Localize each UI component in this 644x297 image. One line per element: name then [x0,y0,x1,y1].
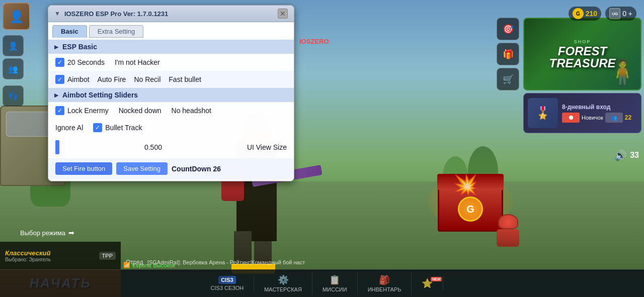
label-ignore-al: Ignore Al [55,124,83,132]
options-row-2: ✓ Aimbot Auto Fire No Recil Fast bullet [48,71,294,88]
nav-item-inventory[interactable]: 🎒 ИНВЕНТАРЬ [358,272,412,294]
left-icon-1[interactable]: 👤 [3,35,24,56]
novice-count: 22 [625,114,631,121]
nav-item-missions[interactable]: 📋 МИССИИ [312,272,358,294]
mode-view-label: TPP [99,252,116,260]
option-autofire[interactable]: Auto Fire [98,75,126,83]
label-no-headshot: No headshot [172,107,211,115]
label-fast-bullet: Fast bullet [169,75,201,83]
mode-select-label: Выбор режима [20,229,65,237]
checkbox-20-seconds[interactable]: ✓ [55,58,64,67]
top-right-bar: G 210 UG 0 + [564,3,641,25]
esp-basic-label: ESP Basic [62,43,97,51]
nav-label-cis: CIS3 СЕЗОН [211,285,244,291]
esp-title-text: IOSZERO ESP Pro Ver: 1.7.0.1231 [64,10,168,18]
shop-forest-treasure-banner[interactable]: SHOP FOREST TREASURE 🧍 [523,18,641,90]
esp-title-left: ▼ IOSZERO ESP Pro Ver: 1.7.0.1231 [54,10,168,18]
option-aimbot[interactable]: ✓ Aimbot [55,75,90,84]
mode-name: Классический [5,249,51,257]
option-lock-enemy[interactable]: ✓ Lock Enermy [55,106,109,115]
dropdown-icon: ▼ [54,10,60,17]
currency-g: G 210 [569,7,601,21]
set-fire-button[interactable]: Set Fire button [55,162,112,175]
label-not-hacker: I'm not Hacker [115,58,160,66]
save-setting-button[interactable]: Save Setting [116,162,168,175]
label-no-recil: No Recil [134,75,160,83]
bottom-navigation: CIS3 CIS3 СЕЗОН ⚙️ МАСТЕРСКАЯ 📋 МИССИИ 🎒… [0,269,644,297]
novice-extra: 👥 [605,113,623,123]
label-20-seconds: 20 Seconds [67,58,105,66]
cis-badge: CIS3 [218,276,235,284]
nav-item-new[interactable]: ⭐ NEW [412,276,443,291]
new-badge: NEW [431,277,442,281]
esp-tabs: Basic Extra Setting [48,22,294,38]
esp-content: ▶ ESP Basic ✓ 20 Seconds I'm not Hacker … [48,38,294,181]
server-quality: Высокое [153,262,176,268]
nav-icon-workshop: ⚙️ [278,274,289,285]
option-ignore-al[interactable]: Ignore Al [55,124,83,132]
option-bullet-track[interactable]: ✓ Bullet Track [93,123,142,132]
option-no-headshot[interactable]: No headshot [172,107,211,115]
esp-basic-header[interactable]: ▶ ESP Basic [48,40,294,54]
quick-icon-chest[interactable]: 🎁 [497,43,519,65]
slider-label: UI View Size [247,143,287,151]
aimbot-sliders-header[interactable]: ▶ Aimbot Setting Sliders [48,88,294,102]
nav-icon-missions: 📋 [329,274,340,285]
slider-handle[interactable] [55,140,59,154]
label-nocked-down: Nocked down [119,107,162,115]
mode-select-arrow-icon: ➡ [68,229,74,237]
login-banner[interactable]: 🎖️ 8-дневный вход Новичок 👥 22 [523,93,641,133]
countdown-label: CountDown 26 [172,165,221,173]
currency-ug: UG 0 + [605,7,636,21]
option-nocked-down[interactable]: Nocked down [119,107,162,115]
mode-select-bar: Выбор режима ➡ [20,229,74,237]
nav-item-cis-season[interactable]: CIS3 CIS3 СЕЗОН [201,274,255,293]
option-not-hacker[interactable]: I'm not Hacker [115,58,160,66]
volume-indicator: 🔊 33 [614,149,639,161]
nav-label-inventory: ИНВЕНТАРЬ [368,286,401,292]
robot-head [498,214,518,229]
esp-panel: ▼ IOSZERO ESP Pro Ver: 1.7.0.1231 ✕ Basi… [48,5,294,181]
nav-item-workshop[interactable]: ⚙️ МАСТЕРСКАЯ [254,272,312,294]
login-banner-novice: Новичок 👥 22 [562,113,631,123]
shop-label: SHOP [574,39,591,44]
slider-row: 0.500 UI View Size [48,136,294,158]
mode-sub: Выбрано: Эрангель [5,257,51,262]
left-icons-panel: 👤 👥 👣 [3,35,24,107]
mode-info: Классический Выбрано: Эрангель [5,249,51,262]
esp-close-button[interactable]: ✕ [278,9,288,19]
label-aimbot: Aimbot [67,75,90,83]
server-signal: 📶 [123,262,130,268]
aimbot-sliders-label: Aimbot Setting Sliders [62,91,138,99]
options-row-3: ✓ Lock Enermy Nocked down No headshot [48,102,294,119]
chest-emblem: G [458,196,483,222]
quick-icon-shop[interactable]: 🛒 [497,68,519,90]
game-mode-bar: Классический Выбрано: Эрангель TPP [0,242,121,269]
slider-value: 0.500 [64,143,242,151]
server-name: Европа [132,262,151,268]
currency-g-amount: 210 [586,10,597,18]
volume-level: 33 [630,151,639,160]
robot-mascot [497,214,519,247]
option-20-seconds[interactable]: ✓ 20 Seconds [55,58,105,67]
checkbox-aimbot[interactable]: ✓ [55,75,64,84]
robot-body [497,229,519,247]
right-quick-icons: 🎯 🎁 🛒 [497,18,519,90]
options-row-1: ✓ 20 Seconds I'm not Hacker [48,54,294,71]
nav-label-missions: МИССИИ [323,286,347,292]
quick-icon-crosshair[interactable]: 🎯 [497,18,519,40]
shop-character: 🧍 [607,58,638,87]
checkbox-bullet-track[interactable]: ✓ [93,123,102,132]
label-autofire: Auto Fire [98,75,126,83]
option-fast-bullet[interactable]: Fast bullet [169,75,201,83]
play-icon-aimbot: ▶ [54,92,58,98]
player-avatar: 👤 [3,3,30,30]
left-icon-2[interactable]: 👥 [3,58,24,79]
currency-ug-icon: UG [609,8,620,19]
option-no-recil[interactable]: No Recil [134,75,160,83]
left-icon-3[interactable]: 👣 [3,85,24,107]
volume-icon[interactable]: 🔊 [614,149,627,161]
tab-extra-setting[interactable]: Extra Setting [89,25,143,38]
tab-basic[interactable]: Basic [52,25,87,38]
checkbox-lock-enemy[interactable]: ✓ [55,106,64,115]
